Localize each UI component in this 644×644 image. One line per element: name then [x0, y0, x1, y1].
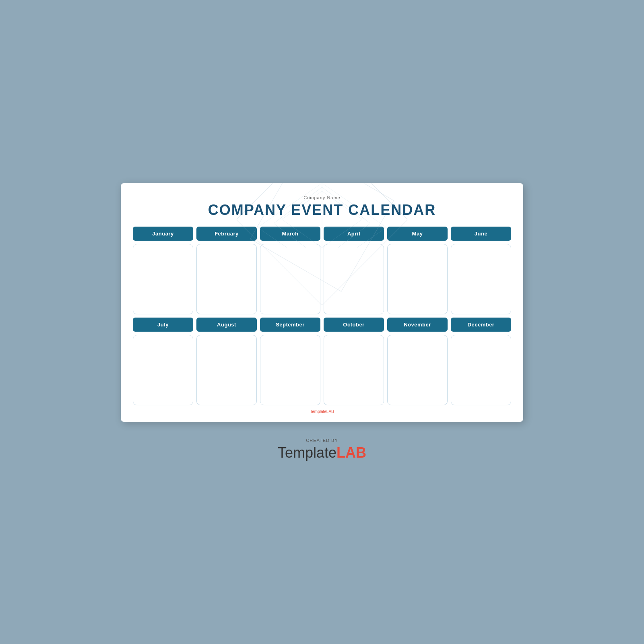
- month-box-november[interactable]: [387, 335, 448, 405]
- month-header-october: October: [324, 318, 384, 332]
- month-header-june: June: [451, 227, 511, 241]
- month-box-september[interactable]: [260, 335, 320, 405]
- months-row2-headers: July August September October November D…: [133, 318, 511, 332]
- brand-template-text: Template: [278, 444, 336, 461]
- month-box-december[interactable]: [451, 335, 511, 405]
- branding-section: CREATED BY TemplateLAB: [278, 438, 366, 461]
- month-header-july: July: [133, 318, 193, 332]
- month-box-august[interactable]: [196, 335, 257, 405]
- brand-lab-text: LAB: [336, 444, 366, 461]
- brand-logo: TemplateLAB: [278, 444, 366, 461]
- month-header-march: March: [260, 227, 320, 241]
- card-header: Company Name COMPANY EVENT CALENDAR: [133, 195, 511, 219]
- calendar-card: Company Name COMPANY EVENT CALENDAR Janu…: [121, 183, 523, 422]
- month-header-may: May: [387, 227, 448, 241]
- month-box-february[interactable]: [196, 244, 257, 314]
- month-box-january[interactable]: [133, 244, 193, 314]
- template-lab-footer: TemplateLAB: [133, 409, 511, 414]
- month-box-july[interactable]: [133, 335, 193, 405]
- month-header-august: August: [196, 318, 257, 332]
- month-header-february: February: [196, 227, 257, 241]
- month-header-september: September: [260, 318, 320, 332]
- month-box-october[interactable]: [324, 335, 384, 405]
- company-name-label: Company Name: [133, 195, 511, 200]
- months-row1-headers: January February March April May June: [133, 227, 511, 241]
- month-header-december: December: [451, 318, 511, 332]
- month-box-june[interactable]: [451, 244, 511, 314]
- month-header-april: April: [324, 227, 384, 241]
- months-row1-boxes: [133, 244, 511, 314]
- month-box-march[interactable]: [260, 244, 320, 314]
- month-box-april[interactable]: [324, 244, 384, 314]
- month-header-november: November: [387, 318, 448, 332]
- calendar-title: COMPANY EVENT CALENDAR: [133, 202, 511, 219]
- month-header-january: January: [133, 227, 193, 241]
- months-row2-boxes: [133, 335, 511, 405]
- page-wrapper: Company Name COMPANY EVENT CALENDAR Janu…: [121, 183, 523, 461]
- created-by-label: CREATED BY: [278, 438, 366, 443]
- month-box-may[interactable]: [387, 244, 448, 314]
